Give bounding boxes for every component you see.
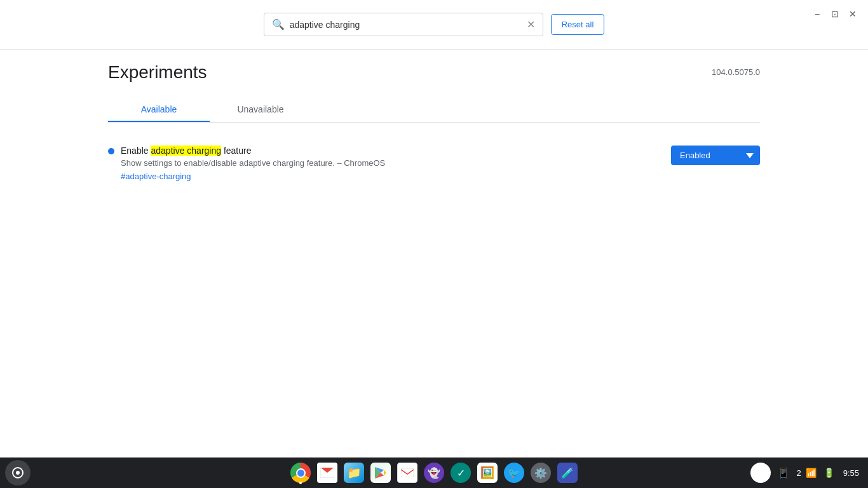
wifi-symbol: 📶 [806, 468, 817, 478]
notification-count: 2 [796, 468, 801, 478]
cast-icon[interactable]: 📱 [773, 463, 794, 483]
taskbar-time: 9:55 [839, 468, 863, 478]
minimize-button[interactable]: − [808, 5, 826, 23]
taskbar-icon-tasks[interactable]: ✓ [448, 460, 473, 485]
page-header: Experiments 104.0.5075.0 [108, 62, 760, 83]
user-avatar[interactable] [750, 463, 771, 483]
discover-icon: 👻 [424, 463, 444, 483]
experiment-item: Enable adaptive charging feature Show se… [108, 138, 760, 189]
settings-icon: ⚙️ [531, 463, 551, 483]
page-title: Experiments [108, 62, 207, 83]
chrome-icon [290, 463, 311, 483]
title-after: feature [221, 146, 251, 156]
tasks-icon: ✓ [451, 463, 471, 483]
playstore-icon [370, 463, 391, 483]
taskbar-icon-settings[interactable]: ⚙️ [528, 460, 553, 485]
gmail-icon [317, 463, 337, 483]
science-icon: 🧪 [557, 463, 578, 483]
main-content: Experiments 104.0.5075.0 Available Unava… [0, 50, 868, 202]
tabs-container: Available Unavailable [108, 98, 760, 123]
notification-area[interactable]: 2 [796, 468, 801, 478]
title-before: Enable [121, 146, 151, 156]
status-select[interactable]: Default Enabled Disabled [671, 146, 760, 165]
taskbar-right: 📱 2 📶 🔋 9:55 [750, 463, 863, 483]
taskbar-icon-science[interactable]: 🧪 [555, 460, 580, 485]
experiment-title: Enable adaptive charging feature [121, 146, 385, 156]
search-icon: 🔍 [272, 18, 285, 30]
files-icon: 📁 [344, 463, 364, 483]
experiment-control: Default Enabled Disabled [671, 146, 760, 165]
taskbar-icon-gmail2[interactable] [395, 460, 420, 485]
cast-icon-symbol: 📱 [777, 467, 790, 479]
experiment-description: Show settings to enable/disable adaptive… [121, 158, 385, 168]
taskbar: 📁 👻 ✓ 🖼️ 🐦 ⚙️ [0, 458, 868, 488]
taskbar-icon-playstore[interactable] [368, 460, 393, 485]
search-input[interactable] [290, 20, 522, 30]
svg-rect-2 [401, 468, 414, 477]
experiment-info: Enable adaptive charging feature Show se… [121, 146, 385, 182]
search-area: 🔍 ✕ Reset all [0, 0, 868, 50]
battery-icon[interactable]: 🔋 [822, 463, 837, 483]
tab-available[interactable]: Available [108, 98, 210, 122]
launcher-button[interactable] [5, 460, 31, 485]
title-bar: − ⊡ ✕ [802, 0, 868, 28]
twitter-icon: 🐦 [504, 463, 524, 483]
taskbar-icon-gmail[interactable] [315, 460, 340, 485]
chrome-active-indicator [299, 482, 302, 484]
taskbar-left [5, 460, 31, 485]
status-dot [108, 148, 114, 154]
experiment-link[interactable]: #adaptive-charging [121, 172, 191, 181]
version-text: 104.0.5075.0 [712, 67, 760, 77]
taskbar-icon-twitter[interactable]: 🐦 [501, 460, 527, 485]
clear-search-button[interactable]: ✕ [527, 20, 535, 30]
taskbar-icon-photos[interactable]: 🖼️ [475, 460, 500, 485]
taskbar-center: 📁 👻 ✓ 🖼️ 🐦 ⚙️ [288, 460, 580, 485]
reset-all-button[interactable]: Reset all [551, 14, 605, 35]
wifi-icon[interactable]: 📶 [804, 463, 819, 483]
gmail2-icon [397, 463, 417, 483]
maximize-button[interactable]: ⊡ [826, 5, 844, 23]
svg-point-1 [16, 471, 20, 475]
tab-unavailable[interactable]: Unavailable [210, 98, 311, 122]
taskbar-icon-discover[interactable]: 👻 [421, 460, 447, 485]
taskbar-icon-chrome[interactable] [288, 460, 313, 485]
experiment-left: Enable adaptive charging feature Show se… [108, 146, 658, 182]
title-highlight: adaptive charging [151, 146, 221, 156]
close-button[interactable]: ✕ [844, 5, 862, 23]
battery-symbol: 🔋 [824, 468, 834, 478]
taskbar-icon-files[interactable]: 📁 [341, 460, 367, 485]
photos-icon: 🖼️ [477, 463, 498, 483]
search-box: 🔍 ✕ [264, 13, 543, 36]
